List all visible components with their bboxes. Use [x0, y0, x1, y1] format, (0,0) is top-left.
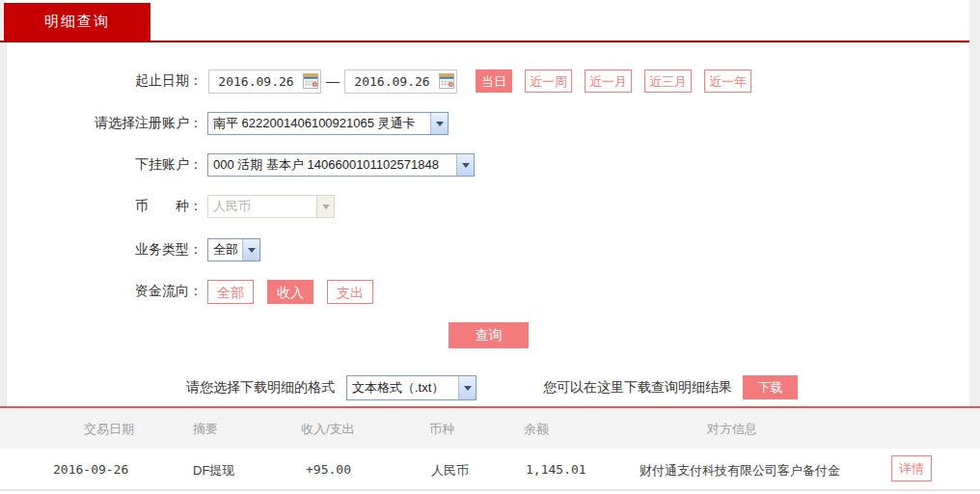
start-date-input[interactable] [209, 73, 303, 90]
quick-range-today-button[interactable]: 当日 [476, 69, 512, 93]
date-range-label: 起止日期： [0, 72, 203, 90]
business-type-select[interactable]: 全部 [207, 238, 260, 261]
fund-flow-expense-button[interactable]: 支出 [327, 280, 373, 304]
query-form-panel [6, 42, 970, 406]
download-hint-label: 您可以在这里下载查询明细结果 [543, 379, 732, 397]
date-range-separator: — [326, 73, 340, 89]
cell-counterparty: 财付通支付科技有限公司客户备付金 [640, 462, 840, 480]
register-account-value: 南平 6222001406100921065 灵通卡 [208, 115, 430, 132]
tab-detail-query[interactable]: 明细查询 [4, 3, 150, 41]
right-gutter [969, 0, 980, 406]
fund-flow-all-button[interactable]: 全部 [207, 280, 254, 304]
cell-amount: +95.00 [306, 462, 351, 477]
quick-range-year-button[interactable]: 近一年 [704, 69, 751, 93]
register-account-select[interactable]: 南平 6222001406100921065 灵通卡 [207, 112, 449, 135]
fund-flow-income-button[interactable]: 收入 [267, 280, 313, 304]
cell-date: 2016-09-26 [53, 462, 128, 477]
cell-currency: 人民币 [431, 462, 469, 480]
business-type-row: 全部 业务类型： [0, 236, 969, 263]
chevron-down-icon[interactable] [242, 239, 259, 261]
register-account-label: 请选择注册账户： [0, 115, 203, 132]
query-button[interactable]: 查询 [449, 322, 529, 348]
download-row: 请您选择下载明细的格式 文本格式（.txt） 您可以在这里下载查询明细结果 下载 [0, 375, 969, 400]
sub-account-label: 下挂账户： [0, 156, 203, 174]
quick-range-week-button[interactable]: 近一周 [525, 69, 572, 93]
register-account-row: 请选择注册账户： 南平 6222001406100921065 灵通卡 [0, 110, 969, 137]
currency-select: 人民币 [207, 195, 335, 218]
table-header-row: 交易日期 摘要 收入/支出 币种 余额 对方信息 [0, 408, 980, 449]
table-row: 2016-09-26 DF提现 +95.00 人民币 1,145.01 财付通支… [0, 449, 980, 491]
quick-range-quarter-button[interactable]: 近三月 [644, 69, 692, 93]
business-type-value: 全部 [208, 241, 242, 259]
header-balance: 余额 [524, 421, 549, 438]
header-summary: 摘要 [193, 421, 218, 438]
currency-label: 币 种： [0, 198, 203, 215]
download-button[interactable]: 下载 [743, 375, 798, 399]
calendar-icon[interactable] [439, 73, 454, 89]
fund-flow-label: 资金流向： [0, 283, 203, 300]
cell-balance: 1,145.01 [526, 462, 586, 477]
header-date: 交易日期 [84, 421, 134, 438]
fund-flow-row: 资金流向： 全部 收入 支出 [0, 278, 969, 305]
currency-value: 人民币 [208, 198, 316, 215]
sub-account-value: 000 活期 基本户 1406600101102571848 [208, 156, 456, 174]
start-date-field [208, 69, 321, 94]
chevron-down-icon [316, 196, 334, 217]
header-in-out: 收入/支出 [301, 421, 355, 438]
date-range-row: 起止日期： — [0, 68, 969, 95]
sub-account-row: 下挂账户： 000 活期 基本户 1406600101102571848 [0, 151, 969, 178]
download-format-value: 文本格式（.txt） [347, 379, 458, 397]
detail-button[interactable]: 详情 [891, 455, 932, 481]
business-type-label: 业务类型： [0, 241, 203, 259]
chevron-down-icon[interactable] [458, 376, 476, 399]
end-date-input[interactable] [345, 73, 439, 90]
tab-underline [0, 41, 969, 42]
table-separator-line [0, 406, 980, 408]
currency-row: 币 种： 人民币 [0, 193, 969, 220]
header-counterparty: 对方信息 [707, 421, 757, 438]
chevron-down-icon[interactable] [456, 154, 474, 176]
download-format-select[interactable]: 文本格式（.txt） [346, 375, 476, 400]
chevron-down-icon[interactable] [430, 113, 448, 134]
sub-account-select[interactable]: 000 活期 基本户 1406600101102571848 [207, 153, 475, 177]
download-format-label: 请您选择下载明细的格式 [186, 379, 335, 397]
end-date-field [344, 69, 457, 94]
detail-query-page: 明细查询 起止日期： — [0, 0, 980, 494]
calendar-icon[interactable] [303, 73, 318, 89]
quick-range-month-button[interactable]: 近一月 [585, 69, 632, 93]
cell-summary: DF提现 [193, 462, 234, 480]
header-currency: 币种 [429, 421, 454, 438]
